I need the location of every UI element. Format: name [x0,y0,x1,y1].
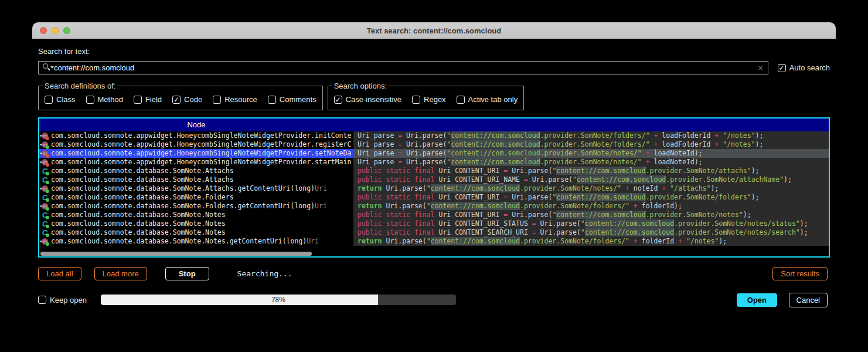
code-token: ); [755,131,764,140]
result-row[interactable]: Ccom.somcloud.somnote.database.SomNote.N… [39,219,829,228]
node-cell[interactable]: Ccom.somcloud.somnote.database.SomNote.A… [39,167,353,175]
auto-search-checkbox[interactable]: ✓ Auto search [778,63,830,72]
definition-method-checkbox[interactable]: ✓Method [86,95,123,104]
result-row[interactable]: Ccom.somcloud.somnote.database.SomNote.N… [39,211,829,219]
match-highlight: content://com.somcloud [451,158,540,166]
method-icon: m◆ [40,141,49,149]
code-token: ); [751,167,760,175]
code-token: public static final [358,228,435,236]
result-row[interactable]: Ccom.somcloud.somnote.database.SomNote.A… [39,167,829,175]
sort-results-button[interactable]: Sort results [772,267,828,280]
node-cell[interactable]: m◆com.somcloud.somnote.database.SomNote.… [39,202,353,211]
option-active-tab-only-checkbox[interactable]: ✓Active tab only [457,95,518,104]
scrollbar-thumb[interactable] [40,252,312,256]
node-cell[interactable]: m◆com.somcloud.somnote.database.SomNote.… [39,237,353,246]
code-token: loadNoteId [654,158,695,166]
code-cell[interactable]: public static final Uri CONTENT_URI = Ur… [353,167,829,175]
code-token: return [358,237,382,245]
load-all-button[interactable]: Load all [38,267,81,280]
code-token: Uri.parse( [402,158,447,166]
code-cell[interactable]: return Uri.parse("content://com.somcloud… [353,184,829,193]
code-cell[interactable]: public static final Uri CONTENT_URI = Ur… [353,211,829,219]
definition-code-checkbox[interactable]: ✓Code [172,95,202,104]
definition-resource-checkbox[interactable]: ✓Resource [213,95,257,104]
code-token: + [629,202,642,210]
search-field[interactable]: × [38,61,768,75]
horizontal-scrollbar[interactable] [39,251,829,256]
result-row[interactable]: m◆com.somcloud.somnote.database.SomNote.… [39,202,829,211]
definition-checkbox-label: Resource [224,95,257,104]
code-token: ); [784,175,792,184]
result-row[interactable]: m◆com.somcloud.somnote.appwidget.Honeyco… [39,140,829,149]
result-row[interactable]: Ccom.somcloud.somnote.database.SomNote.F… [39,193,829,202]
search-icon[interactable] [42,63,54,72]
clear-search-icon[interactable]: × [757,63,764,73]
class-icon: C [40,194,49,202]
node-cell[interactable]: m◆com.somcloud.somnote.appwidget.Honeyco… [39,140,353,149]
code-token: .provider.SomNote/notes/" [520,184,621,192]
code-cell[interactable]: return Uri.parse("content://com.somcloud… [353,237,829,246]
code-token: folderId [642,202,674,210]
code-token: ); [800,228,808,236]
code-cell[interactable]: Uri parse = Uri.parse("content://com.som… [353,149,829,158]
result-row[interactable]: m◆com.somcloud.somnote.appwidget.Honeyco… [39,149,829,158]
text-search-dialog: Text search: content://com.somcloud Sear… [32,22,836,307]
class-icon: C [40,220,49,228]
close-window-button[interactable] [40,27,47,34]
code-cell[interactable]: public static final Uri CONTENT_URI_STAT… [353,219,829,228]
minimize-window-button[interactable] [52,27,59,34]
node-text: com.somcloud.somnote.database.SomNote.At… [51,175,234,184]
search-input[interactable] [54,63,757,72]
code-token: = [524,175,528,184]
node-cell[interactable]: m◆com.somcloud.somnote.appwidget.Honeyco… [39,131,353,140]
footer-row: ✓ Keep open 78% Open Cancel [38,295,830,305]
stop-button[interactable]: Stop [165,267,209,280]
keep-open-checkbox[interactable]: ✓ Keep open [38,296,87,304]
match-highlight: content://com.somcloud [577,175,666,184]
code-token: .provider.SomNote/folders/" [540,140,650,148]
code-token: "/attachs" [670,184,710,192]
option-case-insensitive-checkbox[interactable]: ✓Case-insensitive [334,95,401,104]
node-cell[interactable]: Ccom.somcloud.somnote.database.SomNote.N… [39,228,353,237]
node-cell[interactable]: m◆com.somcloud.somnote.appwidget.Honeyco… [39,158,353,167]
node-cell[interactable]: Ccom.somcloud.somnote.database.SomNote.F… [39,193,353,202]
code-cell[interactable]: Uri parse = Uri.parse("content://com.som… [353,140,829,149]
code-cell[interactable]: Uri parse = Uri.parse("content://com.som… [353,158,829,167]
code-cell[interactable]: public static final Uri CONTENT_SEARCH_U… [353,228,829,237]
code-token: Uri CONTENT_URI_STATUS [435,219,532,228]
code-token: " [427,202,431,210]
node-cell[interactable]: Ccom.somcloud.somnote.database.SomNote.N… [39,219,353,228]
code-token: + [710,140,723,148]
code-cell[interactable]: public static final Uri CONTENT_URI = Ur… [353,193,829,202]
code-cell[interactable]: public static final Uri CONTENT_URI_NAME… [353,175,829,184]
result-row[interactable]: m◆com.somcloud.somnote.appwidget.Honeyco… [39,131,829,140]
result-row[interactable]: m◆com.somcloud.somnote.database.SomNote.… [39,184,829,193]
definition-field-checkbox[interactable]: ✓Field [134,95,162,104]
option-regex-checkbox[interactable]: ✓Regex [412,95,446,104]
open-button[interactable]: Open [737,293,777,307]
node-cell[interactable]: m◆com.somcloud.somnote.database.SomNote.… [39,184,353,193]
code-token: + [650,131,662,140]
code-cell[interactable]: Uri parse = Uri.parse("content://com.som… [353,131,829,140]
match-highlight: content://com.somcloud [451,140,540,148]
result-row[interactable]: m◆com.somcloud.somnote.database.SomNote.… [39,237,829,246]
code-cell[interactable]: return Uri.parse("content://com.somcloud… [353,202,829,211]
node-cell[interactable]: Ccom.somcloud.somnote.database.SomNote.N… [39,211,353,219]
result-row[interactable]: Ccom.somcloud.somnote.database.SomNote.N… [39,228,829,237]
code-token: .provider.SomNote/notes/" [540,158,642,166]
load-more-button[interactable]: Load more [94,267,147,280]
definition-comments-checkbox[interactable]: ✓Comments [268,95,316,104]
cancel-button[interactable]: Cancel [789,293,828,307]
search-options-group: Search options: ✓Case-insensitive✓Regex✓… [328,82,525,110]
code-token: ); [695,158,703,166]
search-config-groups: Search definitions of: ✓Class✓Method✓Fie… [38,82,830,110]
definition-class-checkbox[interactable]: ✓Class [45,95,76,104]
result-row[interactable]: m◆com.somcloud.somnote.appwidget.Honeyco… [39,158,829,167]
code-token: .provider.SomNote/notes/status" [674,219,800,228]
zoom-window-button[interactable] [63,27,70,34]
node-cell[interactable]: Ccom.somcloud.somnote.database.SomNote.A… [39,175,353,184]
node-column-header[interactable]: Node [39,119,353,131]
node-cell[interactable]: m◆com.somcloud.somnote.appwidget.Honeyco… [39,149,353,158]
result-row[interactable]: Ccom.somcloud.somnote.database.SomNote.A… [39,175,829,184]
class-icon: C [40,229,49,237]
